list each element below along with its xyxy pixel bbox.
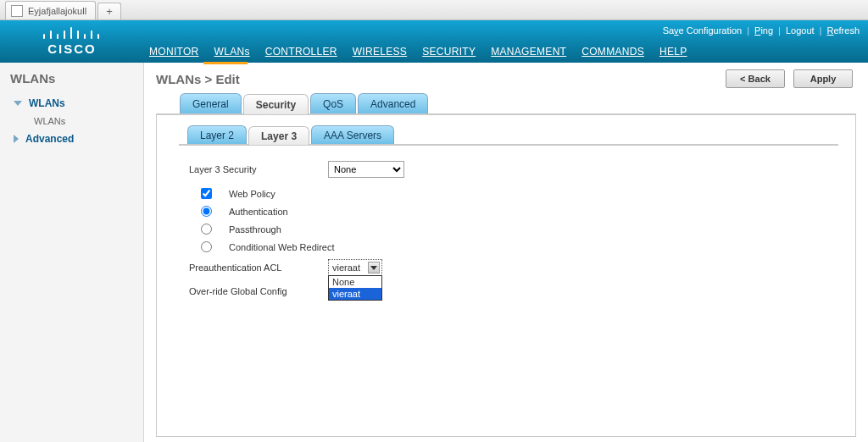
link-refresh[interactable]: Refresh: [826, 25, 860, 36]
nav-help[interactable]: HELP: [659, 46, 687, 58]
sidebar-item-label: WLANs: [29, 97, 65, 109]
dropdown-list: None vieraat: [328, 275, 382, 301]
apply-button[interactable]: Apply: [793, 69, 853, 88]
sep: |: [778, 25, 781, 36]
content-area: WLANs WLANs WLANs Advanced WLANs > Edit …: [0, 63, 868, 442]
label-passthrough: Passthrough: [229, 224, 281, 235]
svg-text:CISCO: CISCO: [47, 41, 97, 56]
label-conditional-web-redirect: Conditional Web Redirect: [229, 242, 335, 252]
browser-tab[interactable]: Eyjafjallajokull: [5, 1, 96, 19]
chevron-right-icon: [14, 135, 19, 143]
link-ping[interactable]: Ping: [754, 25, 773, 36]
radio-passthrough[interactable]: [201, 224, 212, 235]
nav-security[interactable]: SECURITY: [422, 46, 476, 58]
layer3-form: Layer 3 Security None Web Policy Authent…: [174, 146, 838, 312]
left-sidebar: WLANs WLANs WLANs Advanced: [0, 63, 144, 442]
primary-tabs: General Security QoS Advanced: [156, 93, 856, 115]
link-logout[interactable]: Logout: [786, 25, 815, 36]
sidebar-item-label: WLANs: [34, 116, 65, 126]
radio-authentication[interactable]: [201, 206, 212, 217]
browser-tab-title: Eyjafjallajokull: [28, 6, 86, 16]
dropdown-option-vieraat[interactable]: vieraat: [329, 288, 381, 300]
browser-tab-bar: Eyjafjallajokull +: [0, 0, 868, 20]
tab-layer3[interactable]: Layer 3: [248, 126, 309, 145]
back-button[interactable]: < Back: [726, 69, 785, 88]
tab-advanced[interactable]: Advanced: [358, 93, 428, 113]
secondary-tabs: Layer 2 Layer 3 AAA Servers: [179, 125, 838, 146]
tab-qos[interactable]: QoS: [310, 93, 356, 113]
chevron-down-icon: [368, 262, 380, 273]
label-l3-security: Layer 3 Security: [189, 164, 316, 174]
page-title: WLANs > Edit: [156, 72, 240, 86]
chevron-down-icon: [14, 101, 22, 106]
label-authentication: Authentication: [229, 207, 288, 217]
sidebar-item-label: Advanced: [25, 133, 74, 145]
security-panel: Layer 2 Layer 3 AAA Servers Layer 3 Secu…: [156, 115, 856, 437]
nav-monitor[interactable]: MONITOR: [149, 46, 199, 58]
label-web-policy: Web Policy: [229, 189, 275, 199]
sidebar-title: WLANs: [10, 71, 133, 86]
checkbox-web-policy[interactable]: [201, 188, 212, 199]
dropdown-option-none[interactable]: None: [329, 276, 381, 288]
nav-commands[interactable]: COMMANDS: [581, 46, 644, 58]
nav-wlans[interactable]: WLANs: [214, 46, 250, 58]
radio-conditional-web-redirect[interactable]: [201, 241, 212, 252]
tab-layer2[interactable]: Layer 2: [187, 125, 247, 144]
select-l3-security[interactable]: None: [328, 161, 404, 178]
tab-security[interactable]: Security: [243, 94, 309, 114]
nav-wireless[interactable]: WIRELESS: [353, 46, 407, 58]
label-override-global: Over-ride Global Config: [189, 286, 316, 296]
tab-general[interactable]: General: [180, 93, 242, 113]
sidebar-item-advanced[interactable]: Advanced: [10, 130, 133, 148]
page-icon: [11, 5, 23, 17]
main-panel: WLANs > Edit < Back Apply General Securi…: [144, 63, 868, 442]
nav-management[interactable]: MANAGEMENT: [491, 46, 566, 58]
label-preauth-acl: Preauthentication ACL: [189, 262, 316, 273]
sep: |: [820, 25, 822, 36]
plus-icon: +: [106, 5, 113, 18]
sidebar-item-wlans[interactable]: WLANs: [10, 94, 133, 113]
nav-controller[interactable]: CONTROLLER: [265, 46, 337, 58]
select-preauth-acl[interactable]: vieraat None vieraat: [328, 259, 382, 276]
tab-aaa[interactable]: AAA Servers: [311, 125, 394, 144]
select-preauth-value: vieraat: [332, 262, 360, 273]
sidebar-item-wlans-sub[interactable]: WLANs: [10, 113, 133, 130]
cisco-logo: CISCO: [0, 20, 144, 63]
link-save-config[interactable]: Save Configuration: [663, 25, 743, 36]
main-nav: MONITOR WLANs CONTROLLER WIRELESS SECURI…: [144, 46, 687, 63]
new-tab-button[interactable]: +: [97, 3, 121, 19]
sep: |: [747, 25, 749, 36]
header-links: Save Configuration | Ping | Logout | Ref…: [663, 25, 860, 36]
